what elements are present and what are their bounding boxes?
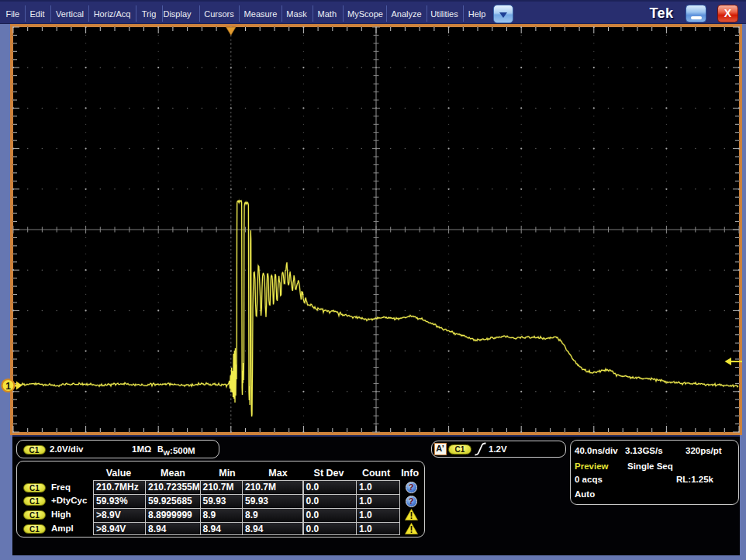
svg-text:1: 1 bbox=[5, 381, 11, 392]
